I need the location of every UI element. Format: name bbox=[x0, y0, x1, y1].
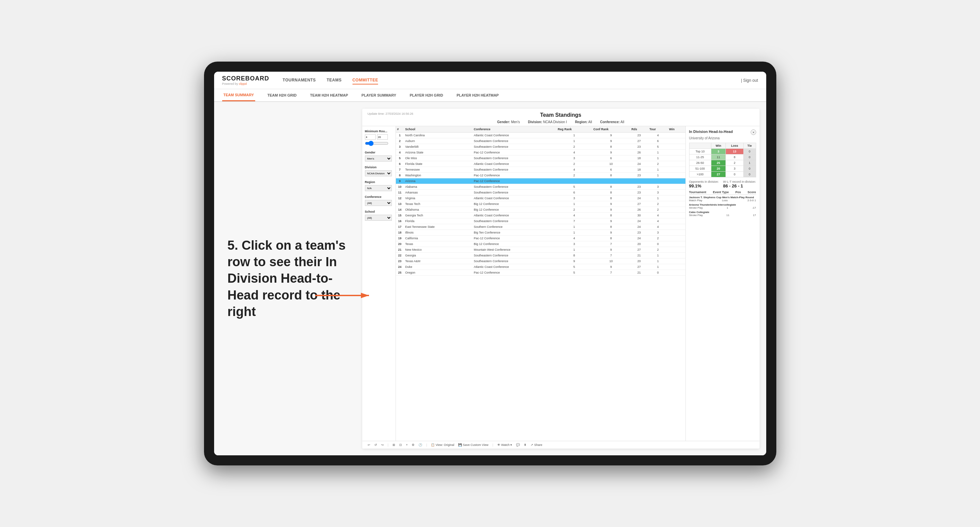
table-row[interactable]: 15 Georgia Tech Atlantic Coast Conferenc… bbox=[396, 213, 686, 218]
cell-rds: 23 bbox=[630, 173, 648, 178]
cell-conference: Big 12 Conference bbox=[473, 241, 557, 247]
cell-reg-rank: 1 bbox=[557, 133, 592, 138]
table-row[interactable]: 7 Tennessee Southeastern Conference 4 6 … bbox=[396, 167, 686, 173]
table-row[interactable]: 14 Oklahoma Big 12 Conference 2 9 26 2 bbox=[396, 207, 686, 213]
upload-button[interactable]: ⬆ bbox=[524, 443, 527, 446]
view-original-button[interactable]: 📋 View: Original bbox=[431, 443, 454, 446]
top-navigation: SCOREBOARD Powered by clippd TOURNAMENTS… bbox=[214, 72, 766, 89]
division-label: Division: bbox=[528, 120, 542, 124]
table-row[interactable]: 10 Alabama Southeastern Conference 5 8 2… bbox=[396, 184, 686, 190]
conference-select[interactable]: (All) bbox=[365, 200, 392, 206]
subnav-player-h2h-grid[interactable]: PLAYER H2H GRID bbox=[408, 89, 444, 101]
cell-tour: 1 bbox=[648, 259, 668, 264]
cell-win bbox=[668, 264, 685, 270]
table-row[interactable]: 5 Ole Miss Southeastern Conference 3 6 1… bbox=[396, 156, 686, 161]
redo-button[interactable]: ↺ bbox=[374, 443, 377, 446]
subnav-team-h2h-heatmap[interactable]: TEAM H2H HEATMAP bbox=[309, 89, 350, 101]
division-select[interactable]: NCAA Division I bbox=[365, 170, 392, 176]
min-rounds-slider[interactable] bbox=[365, 141, 388, 146]
subnav-team-h2h-grid[interactable]: TEAM H2H GRID bbox=[266, 89, 298, 101]
table-row[interactable]: 2 Auburn Southeastern Conference 1 9 27 … bbox=[396, 138, 686, 144]
table-row[interactable]: 23 Texas A&M Southeastern Conference 9 1… bbox=[396, 259, 686, 264]
nav-teams[interactable]: TEAMS bbox=[326, 76, 342, 84]
table-row[interactable]: 11 Arkansas Southeastern Conference 6 8 … bbox=[396, 190, 686, 195]
tournament-details: Stroke Play 1 -17 bbox=[689, 206, 756, 210]
subnav-player-summary[interactable]: PLAYER SUMMARY bbox=[360, 89, 398, 101]
cell-conf-rank: 10 bbox=[592, 161, 630, 167]
table-row[interactable]: 18 Illinois Big Ten Conference 1 9 23 3 bbox=[396, 230, 686, 236]
tournament-row: Jackson T. Stephens Cup Men's Match-Play… bbox=[689, 196, 756, 202]
separator-3: | bbox=[493, 443, 493, 446]
save-custom-button[interactable]: 💾 Save Custom View bbox=[458, 443, 488, 446]
cell-tour: 6 bbox=[648, 138, 668, 144]
undo-button[interactable]: ↩ bbox=[368, 443, 370, 446]
tournament-pos: 11 bbox=[727, 214, 730, 217]
cell-school: Arizona State bbox=[404, 150, 473, 156]
tournament-name: Arizona Thunderbirds Intercollegiate bbox=[689, 203, 756, 206]
sign-out-button[interactable]: | Sign out bbox=[741, 78, 758, 83]
subnav-team-summary[interactable]: TEAM SUMMARY bbox=[222, 89, 256, 101]
table-row[interactable]: 9 Arizona Pac-12 Conference bbox=[396, 178, 686, 184]
col-school: School bbox=[404, 126, 473, 133]
table-row[interactable]: 4 Arizona State Pac-12 Conference 4 9 26… bbox=[396, 150, 686, 156]
h2h-close-button[interactable]: ✕ bbox=[751, 130, 756, 135]
table-row[interactable]: 24 Duke Atlantic Coast Conference 5 9 27… bbox=[396, 264, 686, 270]
cell-rank: 21 bbox=[396, 247, 404, 253]
cell-tour: 1 bbox=[648, 156, 668, 161]
cell-rds: 23 bbox=[630, 144, 648, 150]
gender-value: Men's bbox=[511, 120, 520, 124]
main-panel: Update time: 27/03/2024 16:56:26 Team St… bbox=[362, 109, 759, 449]
table-row[interactable]: 20 Texas Big 12 Conference 3 7 20 0 bbox=[396, 241, 686, 247]
table-row[interactable]: 12 Virginia Atlantic Coast Conference 3 … bbox=[396, 195, 686, 201]
tournament-name: Jackson T. Stephens Cup Men's Match-Play… bbox=[689, 196, 756, 199]
nav-committee[interactable]: COMMITTEE bbox=[353, 76, 379, 84]
add-button[interactable]: + bbox=[406, 443, 408, 446]
share-button[interactable]: ↗ Share bbox=[531, 443, 542, 446]
table-row[interactable]: 17 East Tennessee State Southern Confere… bbox=[396, 224, 686, 230]
h2h-row: 51-100 20 3 0 bbox=[689, 166, 756, 171]
settings-button[interactable]: ⚙ bbox=[412, 443, 414, 446]
subnav-player-h2h-heatmap[interactable]: PLAYER H2H HEATMAP bbox=[455, 89, 500, 101]
cell-school: Arizona bbox=[404, 178, 473, 184]
min-rounds-input[interactable] bbox=[365, 134, 376, 140]
watch-button[interactable]: 👁 Watch ▾ bbox=[497, 443, 512, 446]
cell-rds: 21 bbox=[630, 253, 648, 259]
gender-select[interactable]: Men's bbox=[365, 156, 392, 162]
redo2-button[interactable]: ↪ bbox=[381, 443, 384, 446]
table-row[interactable]: 16 Florida Southeastern Conference 7 9 2… bbox=[396, 218, 686, 224]
cell-school: Florida State bbox=[404, 161, 473, 167]
cell-rds: 24 bbox=[630, 195, 648, 201]
school-select[interactable]: (All) bbox=[365, 215, 392, 221]
nav-tournaments[interactable]: TOURNAMENTS bbox=[283, 76, 316, 84]
cell-rank: 25 bbox=[396, 270, 404, 276]
table-row[interactable]: 13 Texas Tech Big 12 Conference 1 9 27 2 bbox=[396, 201, 686, 207]
cell-conference: Pac-12 Conference bbox=[473, 236, 557, 241]
table-row[interactable]: 8 Washington Pac-12 Conference 2 8 23 1 bbox=[396, 173, 686, 178]
cell-conference: Pac-12 Conference bbox=[473, 173, 557, 178]
tournament-details: Stroke Play 11 17 bbox=[689, 214, 756, 217]
grid2-button[interactable]: ⊡ bbox=[399, 443, 402, 446]
cell-reg-rank: 2 bbox=[557, 207, 592, 213]
cell-school: Oklahoma bbox=[404, 207, 473, 213]
table-row[interactable]: 22 Georgia Southeastern Conference 8 7 2… bbox=[396, 253, 686, 259]
cell-rds: 24 bbox=[630, 236, 648, 241]
max-rounds-input[interactable] bbox=[377, 134, 388, 140]
table-row[interactable]: 3 Vanderbilt Southeastern Conference 2 8… bbox=[396, 144, 686, 150]
tournament-section: Tournament Event Type Pos Score Jackson … bbox=[689, 190, 756, 217]
region-select[interactable]: N/A bbox=[365, 185, 392, 191]
grid-button[interactable]: ⊞ bbox=[393, 443, 395, 446]
table-row[interactable]: 1 North Carolina Atlantic Coast Conferen… bbox=[396, 133, 686, 138]
table-row[interactable]: 25 Oregon Pac-12 Conference 5 7 21 0 bbox=[396, 270, 686, 276]
cell-tour: 2 bbox=[648, 161, 668, 167]
cell-conference: Southern Conference bbox=[473, 224, 557, 230]
standings-table: # School Conference Reg Rank Conf Rank R… bbox=[396, 126, 686, 276]
tournament-event-type: Match Play bbox=[689, 199, 703, 202]
comment-button[interactable]: 💬 bbox=[516, 443, 520, 446]
time-button[interactable]: 🕐 bbox=[418, 443, 422, 446]
region-value: All bbox=[588, 120, 592, 124]
table-row[interactable]: 19 California Pac-12 Conference 4 8 24 2 bbox=[396, 236, 686, 241]
table-row[interactable]: 21 New Mexico Mountain West Conference 1… bbox=[396, 247, 686, 253]
cell-tour: 3 bbox=[648, 230, 668, 236]
table-row[interactable]: 6 Florida State Atlantic Coast Conferenc… bbox=[396, 161, 686, 167]
cell-rank: 14 bbox=[396, 207, 404, 213]
